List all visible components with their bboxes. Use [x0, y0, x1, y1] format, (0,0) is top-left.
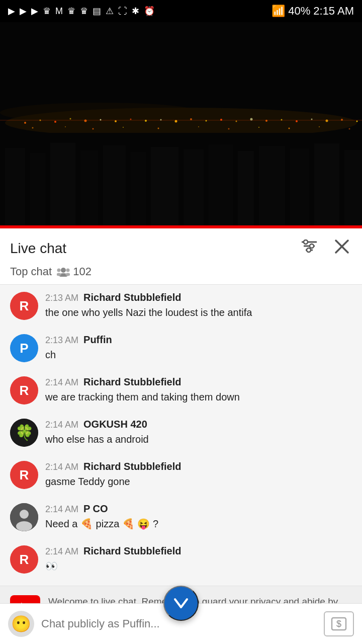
svg-point-20	[265, 120, 267, 122]
svg-point-30	[32, 127, 34, 129]
svg-rect-47	[131, 152, 146, 228]
svg-point-60	[310, 244, 314, 248]
svg-point-11	[130, 119, 132, 120]
clock: 2:15 AM	[313, 5, 354, 18]
svg-point-8	[84, 120, 87, 122]
wifi-icon: 📶	[272, 5, 285, 18]
svg-point-16	[206, 120, 207, 122]
svg-rect-55	[344, 150, 362, 228]
svg-rect-48	[151, 147, 178, 228]
svg-point-35	[198, 126, 199, 127]
top-chat-label: Top chat	[10, 265, 52, 278]
msg-user-2: Puffin	[83, 334, 112, 346]
msg-content-2: 2:13 AM Puffin ch	[45, 334, 352, 362]
msg-meta-6: 2:14 AM P CO	[45, 503, 352, 515]
msg-meta-4: 2:14 AM OGKUSH 420	[45, 419, 352, 430]
avatar-5: R	[10, 461, 38, 489]
svg-point-31	[65, 126, 66, 127]
msg-content-6: 2:14 AM P CO Need a 🍕 pizza 🍕 😝 ?	[45, 503, 352, 531]
video-red-bar	[0, 225, 362, 228]
chat-message-7: R 2:14 AM Richard Stubblefield 👀	[0, 538, 362, 581]
svg-point-15	[190, 118, 192, 120]
msg-time-3: 2:14 AM	[45, 377, 78, 388]
status-bar: ▶ ▶ ▶ ♛ M ♛ ♛ ▤ ⚠ ⛶ ✱ ⏰ 📶 40% 2:15 AM	[0, 0, 362, 22]
chat-header-icons	[299, 236, 352, 260]
cannabis-icon: 🍀	[10, 419, 38, 447]
close-icon	[334, 238, 350, 255]
svg-point-68	[57, 269, 61, 272]
msg-meta-3: 2:14 AM Richard Stubblefield	[45, 376, 352, 388]
status-left: ▶ ▶ ▶ ♛ M ♛ ♛ ▤ ⚠ ⛶ ✱ ⏰	[8, 6, 156, 17]
svg-point-6	[54, 121, 56, 123]
svg-point-64	[61, 268, 66, 273]
msg-time-4: 2:14 AM	[45, 420, 78, 430]
svg-point-24	[326, 120, 328, 122]
emoji-button[interactable]: 😶	[8, 611, 34, 637]
svg-rect-44	[50, 143, 75, 228]
send-button[interactable]: $	[324, 611, 354, 636]
svg-point-36	[228, 128, 230, 130]
svg-point-22	[296, 120, 298, 122]
viewer-icon	[57, 267, 70, 277]
avatar-4: 🍀	[10, 419, 38, 447]
avatar-7: R	[10, 545, 38, 574]
filter-button[interactable]	[299, 237, 320, 259]
avatar-1: R	[10, 292, 38, 320]
svg-text:🍀: 🍀	[15, 424, 34, 442]
svg-rect-53	[290, 148, 309, 228]
msg-text-7: 👀	[45, 559, 352, 573]
svg-point-13	[160, 119, 162, 121]
msg-meta-1: 2:13 AM Richard Stubblefield	[45, 292, 352, 303]
svg-point-17	[220, 119, 222, 121]
msg-text-1: the one who yells Nazi the loudest is th…	[45, 305, 352, 319]
status-icons: ▶ ▶ ▶ ♛ M ♛ ♛ ▤ ⚠ ⛶ ✱ ⏰	[8, 6, 156, 17]
svg-point-7	[70, 118, 71, 120]
live-chat-panel: Live chat	[0, 228, 362, 644]
msg-content-4: 2:14 AM OGKUSH 420 who else has a androi…	[45, 419, 352, 446]
video-player[interactable]	[0, 22, 362, 228]
chat-messages: R 2:13 AM Richard Stubblefield the one w…	[0, 285, 362, 636]
svg-point-39	[319, 126, 320, 127]
close-button[interactable]	[332, 236, 352, 260]
svg-point-23	[311, 119, 313, 120]
msg-user-1: Richard Stubblefield	[83, 292, 181, 303]
chat-message-4: 🍀 2:14 AM OGKUSH 420 who else has a andr…	[0, 412, 362, 454]
chat-message-6: 2:14 AM P CO Need a 🍕 pizza 🍕 😝 ?	[0, 496, 362, 538]
msg-user-3: Richard Stubblefield	[83, 376, 181, 388]
battery-text: 40%	[288, 5, 310, 18]
msg-time-1: 2:13 AM	[45, 293, 78, 303]
scroll-down-button[interactable]	[163, 586, 199, 621]
svg-rect-43	[30, 153, 45, 228]
user-avatar-6	[10, 503, 38, 531]
status-right: 📶 40% 2:15 AM	[272, 5, 354, 18]
svg-point-12	[145, 120, 147, 122]
avatar-6	[10, 503, 38, 531]
svg-point-61	[307, 248, 311, 252]
svg-text:$: $	[336, 619, 341, 629]
msg-user-5: Richard Stubblefield	[83, 461, 181, 472]
svg-point-33	[123, 127, 124, 128]
chat-message-5: R 2:14 AM Richard Stubblefield gasme Ted…	[0, 454, 362, 496]
svg-point-37	[258, 127, 259, 128]
svg-point-40	[349, 128, 350, 130]
svg-point-10	[115, 120, 117, 122]
svg-point-32	[93, 128, 94, 130]
chat-message-3: R 2:14 AM Richard Stubblefield we are tr…	[0, 369, 362, 412]
chat-sub-header: Top chat 102	[10, 265, 352, 284]
msg-meta-5: 2:14 AM Richard Stubblefield	[45, 461, 352, 472]
msg-text-5: gasme Teddy gone	[45, 474, 352, 489]
msg-content-7: 2:14 AM Richard Stubblefield 👀	[45, 545, 352, 573]
svg-point-66	[66, 269, 70, 272]
msg-text-2: ch	[45, 348, 352, 362]
viewer-count-value: 102	[73, 265, 92, 278]
scroll-down-arrow-icon	[172, 594, 190, 612]
svg-rect-49	[184, 149, 204, 228]
avatar-3: R	[10, 376, 38, 405]
video-content	[0, 22, 362, 228]
svg-point-5	[40, 120, 41, 121]
msg-text-4: who else has a android	[45, 432, 352, 446]
msg-content-3: 2:14 AM Richard Stubblefield we are trac…	[45, 376, 352, 404]
svg-rect-45	[80, 150, 98, 228]
svg-point-4	[24, 122, 26, 124]
msg-time-2: 2:13 AM	[45, 335, 78, 346]
